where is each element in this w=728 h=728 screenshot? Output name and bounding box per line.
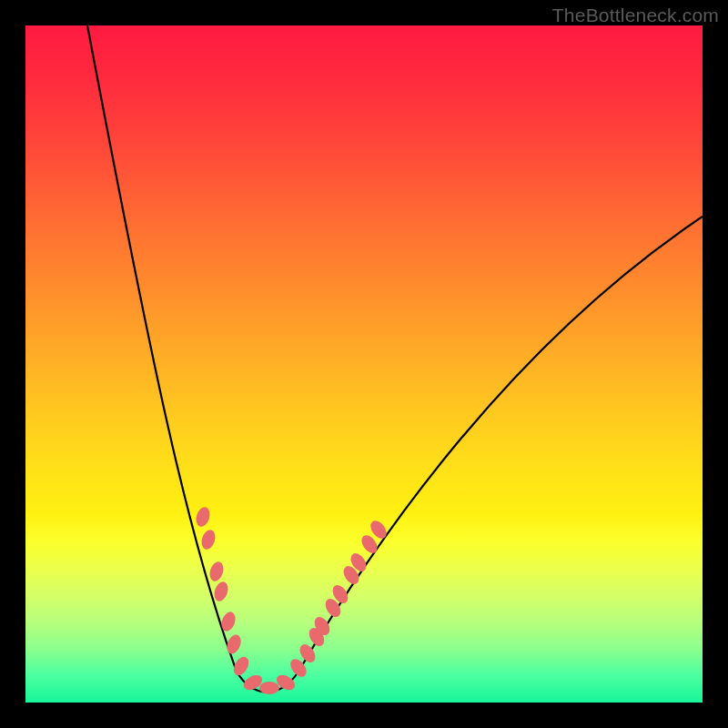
curve-marker xyxy=(259,682,279,694)
bottleneck-curve xyxy=(87,25,703,693)
watermark-text: TheBottleneck.com xyxy=(552,5,719,26)
curve-marker xyxy=(194,505,212,528)
chart-frame xyxy=(25,25,703,703)
curve-marker xyxy=(212,580,230,602)
curve-marker xyxy=(207,560,226,582)
bottleneck-plot xyxy=(25,25,703,703)
marker-group xyxy=(194,505,389,694)
curve-marker xyxy=(199,528,217,551)
